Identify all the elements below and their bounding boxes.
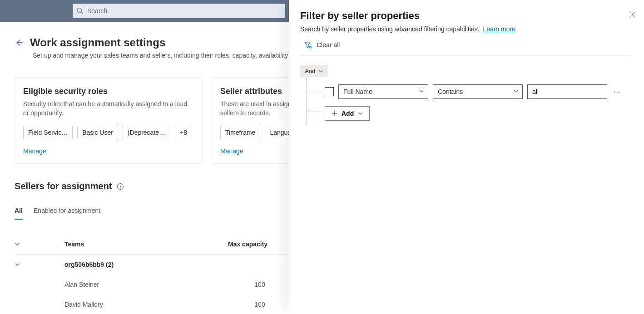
clear-all-label: Clear all: [317, 41, 340, 49]
chevron-down-icon: [318, 69, 323, 74]
group-operator-button[interactable]: And: [300, 65, 328, 77]
condition-checkbox[interactable]: [325, 87, 334, 96]
condition-operator-value: Contains: [438, 88, 463, 95]
search-icon: [76, 7, 84, 15]
role-chip[interactable]: (Deprecate…: [123, 126, 170, 139]
back-arrow-icon[interactable]: [15, 38, 24, 47]
group-name: org506b6bb9 (2): [64, 261, 228, 268]
chevron-down-icon: [357, 111, 363, 116]
group-operator-label: And: [305, 68, 315, 74]
panel-subtitle: Search by seller properties using advanc…: [300, 25, 480, 33]
role-chip-overflow[interactable]: +8: [175, 126, 192, 139]
filter-clear-icon: [304, 41, 312, 49]
svg-line-1: [81, 12, 83, 14]
condition-value-input[interactable]: [527, 84, 607, 99]
global-search[interactable]: [73, 4, 285, 18]
filter-panel: Filter by seller properties Search by se…: [289, 0, 644, 314]
seller-capacity: 100: [228, 281, 292, 288]
global-search-input[interactable]: [86, 7, 282, 15]
sellers-section-title: Sellers for assignment: [15, 181, 112, 191]
condition-operator-select[interactable]: Contains: [433, 84, 523, 99]
panel-title: Filter by seller properties: [300, 10, 631, 22]
close-button[interactable]: [629, 11, 638, 20]
role-chip[interactable]: Field Servic…: [23, 126, 73, 139]
manage-attributes-link[interactable]: Manage: [220, 147, 243, 155]
card-desc: Security roles that can be automatically…: [23, 100, 194, 118]
tab-enabled[interactable]: Enabled for assignment: [34, 207, 100, 220]
learn-more-link[interactable]: Learn more: [483, 25, 515, 33]
chevron-down-icon[interactable]: [15, 241, 20, 247]
chevron-down-icon[interactable]: [15, 262, 20, 267]
svg-point-0: [77, 8, 82, 13]
attribute-chip[interactable]: Timeframe: [220, 126, 260, 139]
condition-more-button[interactable]: ⋯: [612, 87, 623, 97]
seller-name: David Mallory: [64, 301, 228, 308]
manage-roles-link[interactable]: Manage: [23, 147, 46, 155]
add-condition-button[interactable]: Add: [325, 106, 370, 121]
seller-name: Alan Steiner: [64, 281, 228, 288]
card-title: Eligible security roles: [23, 87, 194, 96]
add-button-label: Add: [342, 110, 354, 117]
condition-field-value: Full Name: [343, 88, 372, 95]
svg-point-4: [120, 185, 121, 186]
page-title: Work assignment settings: [30, 36, 165, 49]
column-teams[interactable]: Teams: [64, 240, 228, 248]
column-capacity[interactable]: Max capacity: [228, 240, 292, 248]
chevron-down-icon: [419, 88, 424, 94]
condition-field-select[interactable]: Full Name: [338, 84, 428, 99]
card-security-roles: Eligible security roles Security roles t…: [15, 77, 203, 164]
chevron-down-icon: [513, 88, 519, 94]
clear-all-button[interactable]: Clear all: [300, 41, 631, 56]
info-icon[interactable]: [117, 183, 124, 190]
seller-capacity: 100: [228, 301, 292, 308]
plus-icon: [332, 110, 338, 117]
role-chip[interactable]: Basic User: [77, 126, 118, 139]
tab-all[interactable]: All: [15, 207, 23, 220]
